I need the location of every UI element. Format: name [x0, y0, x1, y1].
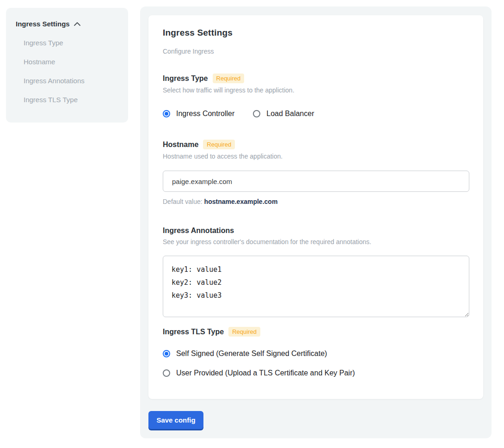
sidebar-list: Ingress Type Hostname Ingress Annotation…: [16, 33, 118, 109]
hostname-default-line: Default value:hostname.example.com: [163, 198, 469, 205]
default-value-text: hostname.example.com: [204, 198, 278, 205]
section-ingress-tls-type: Ingress TLS Type Required Self Signed (G…: [163, 327, 469, 377]
main-panel: Ingress Settings Configure Ingress Ingre…: [140, 6, 492, 438]
settings-sidebar: Ingress Settings Ingress Type Hostname I…: [6, 8, 128, 123]
ingress-type-radio-group: Ingress Controller Load Balancer: [163, 110, 469, 118]
ingress-annotations-label: Ingress Annotations: [163, 227, 234, 235]
radio-selected-icon: [163, 110, 170, 117]
default-value-prefix: Default value:: [163, 198, 203, 205]
page-subtitle: Configure Ingress: [163, 48, 469, 55]
hostname-label: Hostname: [163, 141, 198, 149]
hostname-description: Hostname used to access the application.: [163, 153, 469, 160]
ingress-settings-card: Ingress Settings Configure Ingress Ingre…: [148, 15, 483, 399]
ingress-tls-type-label: Ingress TLS Type: [163, 328, 224, 336]
hostname-input[interactable]: [163, 171, 469, 192]
radio-ingress-controller[interactable]: Ingress Controller: [163, 110, 234, 118]
sidebar-item-ingress-annotations[interactable]: Ingress Annotations: [16, 71, 118, 90]
tls-type-radio-group: Self Signed (Generate Self Signed Certif…: [163, 350, 469, 377]
ingress-type-description: Select how traffic will ingress to the a…: [163, 86, 469, 94]
section-hostname: Hostname Required Hostname used to acces…: [163, 140, 469, 205]
chevron-up-icon: [74, 22, 81, 26]
radio-load-balancer[interactable]: Load Balancer: [253, 110, 314, 118]
ingress-type-label: Ingress Type: [163, 74, 208, 83]
sidebar-item-ingress-tls-type[interactable]: Ingress TLS Type: [16, 90, 118, 109]
required-badge: Required: [228, 327, 260, 337]
sidebar-group-label: Ingress Settings: [16, 20, 70, 28]
page-title: Ingress Settings: [163, 28, 469, 38]
save-config-button[interactable]: Save config: [148, 411, 203, 429]
section-ingress-annotations: Ingress Annotations See your ingress con…: [163, 227, 469, 317]
radio-unselected-icon: [253, 110, 260, 117]
radio-user-provided[interactable]: User Provided (Upload a TLS Certificate …: [163, 369, 469, 377]
ingress-annotations-description: See your ingress controller's documentat…: [163, 238, 469, 245]
required-badge: Required: [203, 140, 235, 149]
section-ingress-type: Ingress Type Required Select how traffic…: [163, 74, 469, 118]
required-badge: Required: [213, 74, 245, 83]
ingress-annotations-textarea[interactable]: key1: value1 key2: value2 key3: value3: [163, 256, 469, 317]
sidebar-item-hostname[interactable]: Hostname: [16, 52, 118, 71]
radio-selected-icon: [163, 350, 170, 357]
radio-unselected-icon: [163, 369, 170, 377]
sidebar-item-ingress-type[interactable]: Ingress Type: [16, 33, 118, 52]
radio-self-signed[interactable]: Self Signed (Generate Self Signed Certif…: [163, 350, 469, 358]
sidebar-group-ingress-settings[interactable]: Ingress Settings: [16, 20, 118, 28]
